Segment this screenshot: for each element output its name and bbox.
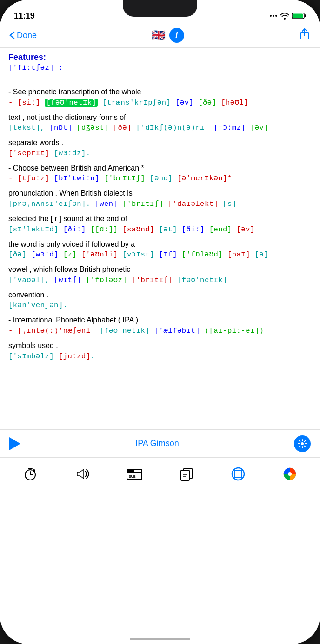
svg-marker-12 (77, 469, 84, 479)
highlighted-word: [fəʊ'netɪk] (45, 99, 98, 107)
share-button[interactable] (299, 28, 311, 43)
block10-desc: - International Phonetic Alphabet ( IPA … (8, 314, 312, 326)
play-button[interactable] (9, 437, 20, 450)
block6-desc: selected the [ r ] sound at the end of (8, 213, 312, 225)
block8-desc: vowel , which follows British phonetic (8, 263, 312, 276)
block11-desc: symbols used . (8, 340, 312, 352)
status-icons (270, 12, 306, 20)
done-label: Done (17, 31, 37, 40)
svg-text:!: ! (32, 470, 33, 473)
block2-ipa: [tekst], [nɒt] [dʒəst] [ðə] ['dɪkʃ(ə)n(ə… (8, 123, 312, 132)
signal-icon (270, 15, 277, 17)
block3: separate words . ['seprɪt] [wɜːdz]. (8, 137, 312, 158)
subtitle-button[interactable]: SUB (126, 467, 143, 481)
svg-point-25 (288, 472, 292, 476)
block9: convention . [kən'venʃən]. (8, 289, 312, 310)
block11: symbols used . ['sɪmbəlz] [juːzd]. (8, 340, 312, 361)
done-button[interactable]: Done (9, 31, 37, 40)
phone-frame: 11:19 (0, 0, 320, 644)
block1-desc: - See phonetic transcription of the whol… (8, 86, 312, 98)
block2-desc: text , not just the dictionary forms of (8, 112, 312, 124)
player-bar: IPA Gimson (0, 429, 320, 457)
block9-ipa: [kən'venʃən]. (8, 301, 312, 309)
content-area: Features: ['fiːtʃəz] : - See phonetic tr… (0, 48, 320, 429)
bracket-icon (231, 467, 246, 481)
block10-ipa: - [ˌɪntə(ː)'næʃənl] [fəʊ'netɪk] ['ælfəbɪ… (8, 326, 312, 335)
back-chevron-icon (9, 31, 15, 39)
block4: - Choose between British and American * … (8, 162, 312, 183)
block4-desc: - Choose between British and American * (8, 162, 312, 174)
phone-screen: 11:19 (0, 0, 320, 644)
features-ipa: ['fiːtʃəz] : (8, 63, 312, 72)
block5-ipa: [prəˌnʌnsɪ'eɪʃən]. [wen] ['brɪtɪʃ] ['daɪ… (8, 199, 312, 208)
block8: vowel , which follows British phonetic [… (8, 263, 312, 284)
player-settings-button[interactable] (294, 435, 311, 452)
features-header: Features: ['fiːtʃəz] : (8, 53, 312, 72)
bracket-button[interactable] (231, 467, 246, 481)
player-title: IPA Gimson (135, 439, 179, 448)
share-icon (299, 28, 311, 40)
block3-desc: separate words . (8, 137, 312, 149)
features-title: Features: (8, 53, 312, 62)
nav-bar: Done 🇬🇧 i (0, 24, 320, 48)
speaker-icon (74, 467, 89, 481)
uk-flag-icon: 🇬🇧 (152, 29, 166, 42)
block10: - International Phonetic Alphabet ( IPA … (8, 314, 312, 335)
palette-icon (282, 467, 297, 481)
block5: pronunciation . When British dialect is … (8, 187, 312, 208)
bottom-toolbar: ! SUB (0, 457, 320, 490)
svg-text:SUB: SUB (129, 475, 136, 478)
block8-ipa: ['vaʊəl], [wɪtʃ] ['fɒləʊz] ['brɪtɪʃ] [fə… (8, 276, 312, 284)
copy-icon (179, 467, 194, 481)
block5-desc: pronunciation . When British dialect is (8, 187, 312, 199)
status-time: 11:19 (14, 11, 35, 21)
block7-desc: the word is only voiced if followed by a (8, 238, 312, 250)
block7: the word is only voiced if followed by a… (8, 238, 312, 259)
battery-icon (292, 12, 306, 20)
block3-ipa: ['seprɪt] [wɜːdz]. (8, 149, 312, 158)
block2: text , not just the dictionary forms of … (8, 112, 312, 132)
subtitle-icon: SUB (126, 467, 143, 481)
home-indicator (130, 638, 190, 640)
svg-point-5 (301, 442, 304, 445)
block1: - See phonetic transcription of the whol… (8, 86, 312, 107)
timer-icon: ! (23, 467, 38, 481)
notch (123, 0, 197, 17)
settings-icon (297, 439, 307, 449)
copy-button[interactable] (179, 467, 194, 481)
block1-ipa: - [siː] [fəʊ'netɪk] [træns'krɪpʃən] [əv]… (8, 98, 312, 107)
block4-ipa: - [tʃuːz] [bɪ'twiːn] ['brɪtɪʃ] [ənd] [ə'… (8, 174, 312, 183)
svg-rect-23 (234, 470, 242, 478)
palette-button[interactable] (282, 467, 297, 481)
block6-ipa: [sɪ'lektɪd] [ðiː] [[ɑː]] [saʊnd] [ət] [ð… (8, 225, 312, 234)
speaker-button[interactable] (74, 467, 89, 481)
svg-rect-18 (181, 470, 189, 480)
timer-button[interactable]: ! (23, 467, 38, 481)
svg-rect-15 (127, 469, 134, 472)
info-button[interactable]: i (169, 28, 184, 43)
svg-rect-1 (305, 14, 306, 17)
nav-center: 🇬🇧 i (152, 28, 184, 43)
svg-point-22 (232, 468, 244, 480)
wifi-icon (280, 12, 289, 20)
block6: selected the [ r ] sound at the end of [… (8, 213, 312, 234)
block7-ipa: [ðə] [wɜːd] [z] ['əʊnli] [vɔɪst] [ɪf] ['… (8, 250, 312, 259)
block9-desc: convention . (8, 289, 312, 301)
svg-rect-2 (293, 14, 303, 18)
block11-ipa: ['sɪmbəlz] [juːzd]. (8, 352, 312, 361)
